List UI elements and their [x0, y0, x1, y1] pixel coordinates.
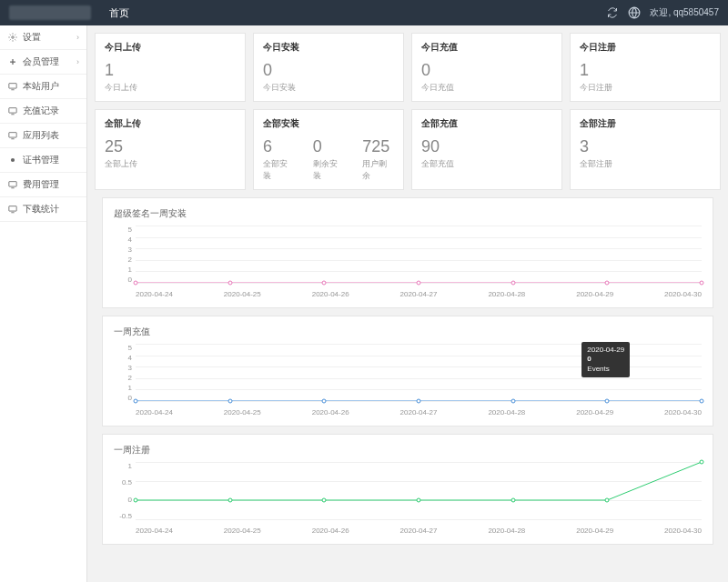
y-axis: 543210	[114, 226, 132, 284]
sidebar-item-1[interactable]: 会员管理›	[0, 50, 86, 75]
stat-label: 全部充值	[421, 158, 454, 170]
chart-card: 超级签名一周安装5432102020-04-242020-04-252020-0…	[102, 197, 713, 308]
logo	[9, 5, 91, 20]
y-axis: 543210	[114, 344, 132, 402]
stat-value: 0	[421, 61, 454, 80]
card-title: 全部安装	[263, 117, 394, 130]
sidebar-item-3[interactable]: 充值记录	[0, 99, 86, 124]
chart-plot	[136, 226, 702, 284]
x-axis: 2020-04-242020-04-252020-04-262020-04-27…	[136, 408, 702, 416]
globe-icon[interactable]	[628, 6, 641, 19]
sidebar-item-4[interactable]: 应用列表	[0, 124, 86, 148]
monitor-icon	[7, 204, 18, 215]
refresh-icon[interactable]	[606, 6, 619, 19]
stat-value: 0	[313, 137, 345, 156]
chart-point[interactable]	[511, 399, 515, 404]
stat-label: 今日注册	[580, 82, 612, 94]
sidebar-item-label: 会员管理	[23, 55, 59, 68]
card-title: 全部充值	[421, 117, 552, 130]
svg-point-1	[12, 36, 15, 39]
chart-point[interactable]	[134, 498, 138, 503]
x-axis: 2020-04-242020-04-252020-04-262020-04-27…	[136, 290, 702, 298]
chart-point[interactable]	[511, 281, 515, 286]
svg-rect-3	[9, 108, 16, 113]
chart-point[interactable]	[322, 281, 327, 286]
chart-point[interactable]	[700, 460, 704, 465]
card-title: 今日上传	[105, 41, 236, 54]
stat-value: 25	[105, 137, 137, 156]
chart-point[interactable]	[417, 498, 421, 503]
stat-card: 全部注册3全部注册	[570, 109, 721, 190]
monitor-icon	[7, 130, 18, 141]
chart-point[interactable]	[228, 281, 232, 286]
chart-tooltip: 2020-04-290Events	[581, 342, 630, 377]
monitor-icon	[7, 105, 18, 116]
chart-title: 一周注册	[114, 444, 702, 457]
chart-title: 一周充值	[114, 326, 702, 338]
chart-point[interactable]	[605, 498, 610, 503]
chart-point[interactable]	[605, 399, 610, 404]
stat-value: 1	[580, 61, 612, 80]
monitor-icon	[7, 179, 18, 190]
chart-area: 5432102020-04-290Events2020-04-242020-04…	[114, 344, 702, 416]
chart-point[interactable]	[417, 399, 421, 404]
sidebar-item-label: 下载统计	[23, 203, 59, 216]
card-title: 今日充值	[421, 41, 552, 54]
stat-label: 全部上传	[105, 158, 137, 170]
sidebar-item-label: 设置	[23, 31, 41, 44]
card-title: 全部上传	[105, 117, 236, 130]
chart-plot	[136, 462, 702, 520]
chart-title: 超级签名一周安装	[114, 207, 702, 220]
chart-point[interactable]	[322, 399, 327, 404]
chart-point[interactable]	[417, 281, 421, 286]
chart-card: 一周注册10.50-0.52020-04-242020-04-252020-04…	[102, 434, 713, 545]
stat-value: 3	[580, 137, 612, 156]
sidebar-item-7[interactable]: 下载统计	[0, 197, 86, 222]
x-axis: 2020-04-242020-04-252020-04-262020-04-27…	[136, 527, 702, 535]
stat-value: 1	[105, 61, 137, 80]
sidebar-item-label: 本站用户	[23, 80, 59, 93]
stat-label: 全部注册	[580, 158, 612, 170]
chart-point[interactable]	[511, 498, 515, 503]
sidebar-item-label: 证书管理	[23, 154, 59, 166]
svg-rect-4	[9, 133, 16, 137]
welcome-text[interactable]: 欢迎, qq5850457	[650, 6, 719, 19]
sidebar-item-2[interactable]: 本站用户	[0, 75, 86, 99]
nav-home[interactable]: 首页	[109, 6, 129, 20]
sidebar: 设置›会员管理›本站用户充值记录应用列表证书管理费用管理下载统计	[0, 25, 87, 582]
chart-point[interactable]	[134, 399, 138, 404]
chart-point[interactable]	[228, 399, 232, 404]
stat-label: 全部安装	[263, 158, 295, 182]
svg-point-5	[11, 158, 15, 162]
stat-label: 今日充值	[421, 82, 454, 94]
chart-point[interactable]	[700, 281, 704, 286]
card-title: 今日注册	[580, 41, 711, 54]
sidebar-item-label: 充值记录	[23, 105, 59, 117]
svg-rect-6	[9, 182, 16, 186]
chart-point[interactable]	[322, 498, 327, 503]
stat-label: 今日上传	[105, 82, 137, 94]
stat-value: 0	[263, 61, 296, 80]
sidebar-item-5[interactable]: 证书管理	[0, 148, 86, 173]
chart-plot: 2020-04-290Events	[136, 344, 702, 402]
stat-value: 6	[263, 137, 295, 156]
main-content: 今日上传1今日上传今日安装0今日安装今日充值0今日充值今日注册1今日注册 全部上…	[87, 25, 728, 582]
sidebar-item-0[interactable]: 设置›	[0, 25, 86, 50]
sidebar-item-6[interactable]: 费用管理	[0, 173, 86, 197]
chart-area: 10.50-0.52020-04-242020-04-252020-04-262…	[114, 462, 702, 535]
sidebar-item-label: 费用管理	[23, 178, 59, 191]
chart-point[interactable]	[605, 281, 610, 286]
stat-card: 全部充值90全部充值	[411, 109, 562, 190]
y-axis: 10.50-0.5	[114, 462, 132, 520]
chart-area: 5432102020-04-242020-04-252020-04-262020…	[114, 226, 702, 298]
chart-point[interactable]	[700, 399, 704, 404]
dot-icon	[7, 155, 18, 166]
chart-point[interactable]	[134, 281, 138, 286]
gear-icon	[7, 32, 18, 43]
chart-point[interactable]	[228, 498, 232, 503]
stat-card: 今日充值0今日充值	[411, 33, 562, 102]
stat-card: 全部安装6全部安装0剩余安装725用户剩余	[253, 109, 404, 190]
stat-label: 用户剩余	[362, 158, 394, 182]
stat-value: 90	[421, 137, 454, 156]
stat-value: 725	[362, 137, 394, 156]
